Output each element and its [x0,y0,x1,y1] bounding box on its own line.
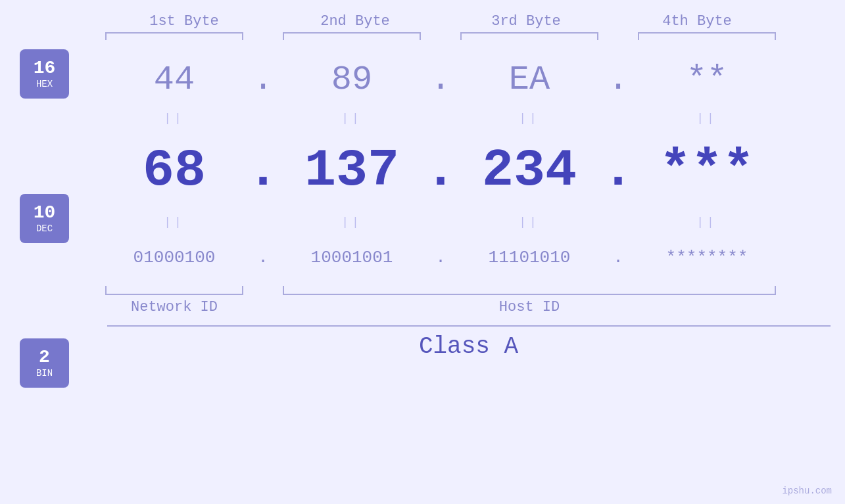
hex-b2: 89 [283,60,421,99]
equals-row-2: || || || || [92,210,845,235]
bin-badge-number: 2 [39,348,50,368]
bottom-brackets [92,286,845,295]
dec-dot1: . [243,141,283,200]
eq1-b4: || [638,112,776,125]
eq2-b3: || [460,216,598,229]
bin-b3: 11101010 [460,248,598,267]
bin-b4: ******** [638,248,776,267]
hex-badge-number: 16 [34,58,56,79]
bottom-labels: Network ID Host ID [92,299,845,315]
hex-badge-label: HEX [36,79,53,89]
bin-row: 01000100 . 10001001 . 11101010 . *******… [92,235,845,281]
host-id-label: Host ID [283,299,776,315]
bracket-byte1 [105,32,243,40]
bin-dot1: . [243,248,283,267]
net-bracket [105,286,243,295]
class-line [107,325,831,327]
network-id-label: Network ID [105,299,243,315]
badges-column: 16 HEX 10 DEC 2 BIN [20,49,69,388]
equals-row-1: || || || || [92,106,845,131]
dec-badge-label: DEC [36,223,53,234]
hex-badge: 16 HEX [20,49,69,99]
dec-b3: 234 [460,141,598,200]
dec-badge-number: 10 [34,203,56,223]
bin-b1: 01000100 [105,248,243,267]
bracket-byte4 [638,32,776,40]
dec-dot2: . [421,141,460,200]
bin-b2: 10001001 [283,248,421,267]
byte2-label: 2nd Byte [279,13,431,30]
dec-b2: 137 [283,141,421,200]
bin-dot2: . [421,248,460,267]
hex-dot2: . [421,60,460,99]
byte4-label: 4th Byte [621,13,773,30]
hex-b4: ** [638,60,776,99]
hex-b1: 44 [105,60,243,99]
class-section: Class A [92,325,845,360]
eq2-b4: || [638,216,776,229]
eq1-b2: || [283,112,421,125]
hex-b3: EA [460,60,598,99]
bracket-byte2 [283,32,421,40]
bracket-gap1 [243,286,283,295]
bin-badge: 2 BIN [20,338,69,388]
hex-dot1: . [243,60,283,99]
bin-badge-label: BIN [36,368,53,378]
dec-b1: 68 [105,141,243,200]
dec-b4: *** [638,141,776,200]
bracket-byte3 [460,32,598,40]
class-label: Class A [419,333,518,360]
dec-row: 68 . 137 . 234 . *** [92,131,845,210]
dec-dot3: . [598,141,638,200]
eq2-b1: || [105,216,243,229]
hex-row: 44 . 89 . EA . ** [92,53,845,106]
byte1-label: 1st Byte [109,13,260,30]
hex-dot3: . [598,60,638,99]
eq1-b1: || [105,112,243,125]
eq2-b2: || [283,216,421,229]
main-container: 1st Byte 2nd Byte 3rd Byte 4th Byte 44 .… [0,0,845,504]
byte3-label: 3rd Byte [450,13,602,30]
watermark: ipshu.com [782,486,832,496]
dec-badge: 10 DEC [20,194,69,243]
eq1-b3: || [460,112,598,125]
bin-dot3: . [598,248,638,267]
host-bracket [283,286,776,295]
